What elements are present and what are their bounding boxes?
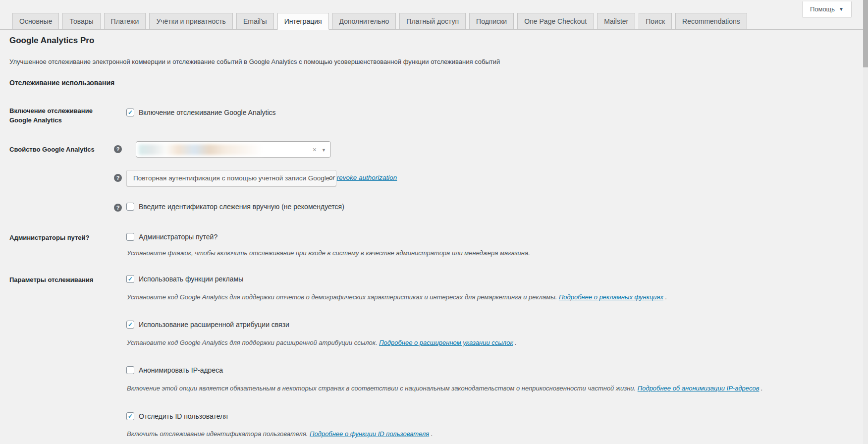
tracking-options-row-label: Параметры отслеживания: [9, 276, 116, 285]
anonymize-ip-description: Включение этой опции является обязательн…: [127, 385, 763, 392]
advertising-features-description: Установите код Google Analytics для подд…: [127, 293, 667, 301]
track-user-id-checkbox[interactable]: ✓: [126, 412, 134, 420]
admin-paths-checkbox[interactable]: [126, 233, 134, 241]
help-tip-icon[interactable]: ?: [114, 145, 122, 153]
advertising-features-link[interactable]: Подробнее о рекламных функциях: [559, 293, 663, 301]
tab-emails[interactable]: Email'ы: [236, 13, 274, 30]
tab-recommendations[interactable]: Recommendations: [675, 13, 747, 30]
enable-tracking-checkbox[interactable]: ✓: [126, 109, 134, 116]
description-suffix: .: [759, 385, 762, 392]
anonymize-ip-checkbox[interactable]: [126, 366, 134, 374]
reauthenticate-button[interactable]: Повторная аутентификация с помощью учетн…: [126, 170, 336, 186]
description-text: Установите код Google Analytics для подд…: [127, 293, 559, 301]
property-row-label: Свойство Google Analytics: [9, 145, 116, 155]
page-subtitle: Улучшенное отслеживание электронной комм…: [9, 58, 500, 65]
advertising-features-field: ✓ Использовать функции рекламы: [126, 275, 243, 283]
tab-mailster[interactable]: Mailster: [597, 13, 635, 30]
enable-tracking-row-label: Включение отслеживание Google Analytics: [9, 107, 116, 125]
tab-integration[interactable]: Интеграция: [277, 13, 329, 30]
admin-paths-row-label: Администраторы путей?: [9, 233, 116, 243]
help-tip-icon[interactable]: ?: [114, 174, 122, 182]
tab-search[interactable]: Поиск: [639, 13, 672, 30]
page-title: Google Analytics Pro: [9, 36, 94, 46]
chevron-down-icon: ▼: [839, 6, 844, 12]
tab-accounts-privacy[interactable]: Учётки и приватность: [149, 13, 233, 30]
tab-advanced[interactable]: Дополнительно: [332, 13, 396, 30]
enhanced-link-attribution-field: ✓ Использование расширенной атрибуции св…: [126, 321, 289, 329]
admin-paths-description: Установите флажок, чтобы включить отслеж…: [127, 249, 530, 257]
description-text: Включение этой опции является обязательн…: [127, 385, 638, 392]
scrollbar-thumb[interactable]: [863, 0, 868, 67]
track-user-id-field: ✓ Отследить ID пользователя: [126, 412, 228, 420]
anonymize-ip-checkbox-label: Анонимировать IP-адреса: [139, 366, 223, 374]
tab-main[interactable]: Основные: [12, 13, 59, 30]
or-text: or: [329, 174, 337, 181]
description-suffix: .: [513, 339, 517, 346]
anonymize-ip-field: Анонимировать IP-адреса: [126, 366, 223, 374]
enhanced-link-attribution-checkbox[interactable]: ✓: [126, 321, 134, 329]
enhanced-link-attribution-link[interactable]: Подробнее о расширенном указании ссылок: [379, 339, 513, 346]
description-suffix: .: [663, 293, 667, 301]
description-text: Включить отслеживание идентификатора пол…: [127, 430, 310, 438]
settings-tab-bar: Основные Товары Платежи Учётки и приватн…: [0, 13, 863, 30]
advertising-features-checkbox-label: Использовать функции рекламы: [139, 275, 243, 283]
tab-subscriptions[interactable]: Подписки: [469, 13, 514, 30]
manual-id-checkbox[interactable]: [126, 203, 134, 211]
tab-paid-access[interactable]: Платный доступ: [399, 13, 466, 30]
select-caret-icon: ▼: [322, 148, 326, 153]
ga-property-blurred-value: [139, 144, 263, 155]
help-dropdown-label: Помощь: [810, 5, 835, 13]
enable-tracking-field: ✓ Включение отслеживание Google Analytic…: [126, 109, 276, 116]
track-user-id-checkbox-label: Отследить ID пользователя: [139, 412, 228, 420]
help-tip-icon[interactable]: ?: [114, 204, 122, 212]
enhanced-link-attribution-checkbox-label: Использование расширенной атрибуции связ…: [139, 321, 289, 329]
admin-paths-field: Администраторы путей?: [126, 233, 217, 241]
enhanced-link-attribution-description: Установите код Google Analytics для подд…: [127, 339, 517, 346]
track-user-id-description: Включить отслеживание идентификатора пол…: [127, 430, 433, 438]
settings-page: Помощь ▼ Основные Товары Платежи Учётки …: [0, 0, 868, 444]
track-user-id-link[interactable]: Подробнее о функции ID пользователя: [310, 430, 429, 438]
revoke-authorization-link[interactable]: revoke authorization: [337, 174, 397, 181]
clear-selection-icon[interactable]: ×: [313, 146, 317, 154]
tab-products[interactable]: Товары: [62, 13, 100, 30]
tab-payments[interactable]: Платежи: [104, 13, 146, 30]
enable-tracking-checkbox-label: Включение отслеживание Google Analytics: [139, 109, 276, 116]
advertising-features-checkbox[interactable]: ✓: [126, 275, 134, 283]
vertical-scrollbar[interactable]: [863, 0, 868, 444]
reauth-or-text: or revoke authorization: [329, 174, 397, 181]
manual-id-checkbox-label: Введите идентификатор слежения вручную (…: [139, 203, 344, 211]
anonymize-ip-link[interactable]: Подробнее об анонимизации IP-адресов: [638, 385, 760, 392]
description-text: Установите код Google Analytics для подд…: [127, 339, 379, 346]
ga-property-select[interactable]: × ▼: [136, 141, 331, 158]
tab-one-page-checkout[interactable]: One Page Checkout: [517, 13, 594, 30]
admin-paths-checkbox-label: Администраторы путей?: [139, 233, 217, 241]
section-heading: Отслеживание использования: [9, 79, 114, 87]
manual-id-field: Введите идентификатор слежения вручную (…: [126, 203, 344, 211]
description-suffix: .: [429, 430, 433, 438]
